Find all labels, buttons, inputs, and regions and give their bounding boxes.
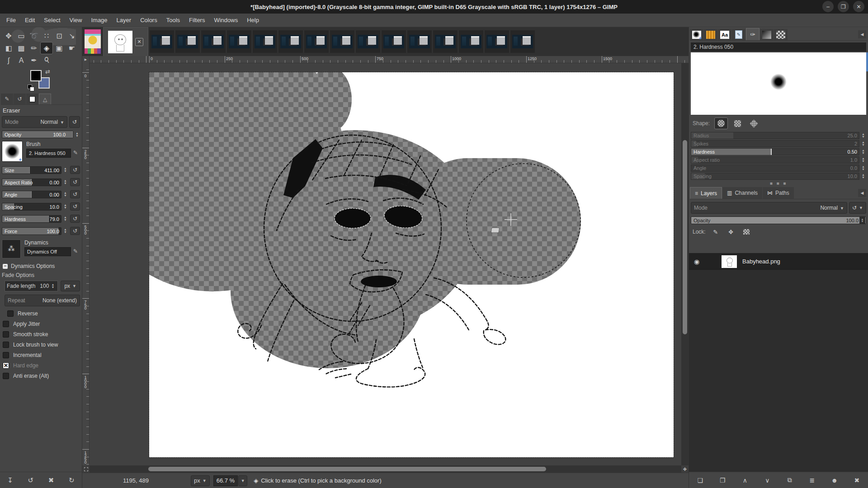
tab-channels[interactable]: ▥ Channels <box>722 187 762 199</box>
angle-slider[interactable]: Angle 0.00 <box>2 191 61 198</box>
menu-image[interactable]: Image <box>86 14 112 26</box>
apply-jitter-checkbox[interactable]: Apply Jitter <box>3 321 82 327</box>
canvas-viewport[interactable] <box>90 63 681 465</box>
size-reset-button[interactable]: ↺ <box>70 166 80 174</box>
smooth-stroke-checkbox[interactable]: Smooth stroke <box>3 331 82 338</box>
brush-aspect-spinner[interactable]: ▲▼ <box>860 157 866 163</box>
menu-view[interactable]: View <box>65 14 87 26</box>
incremental-checkbox[interactable]: Incremental <box>3 352 82 358</box>
angle-reset-button[interactable]: ↺ <box>70 190 80 198</box>
brush-angle-slider[interactable]: Angle 0.0 <box>691 164 859 172</box>
menu-tools[interactable]: Tools <box>162 14 184 26</box>
image-tab[interactable] <box>175 30 200 53</box>
close-button[interactable]: ✕ <box>853 1 864 12</box>
opacity-slider[interactable]: Opacity 100.0 <box>2 131 73 138</box>
dynamics-thumbnail[interactable]: ⁂ <box>2 239 21 258</box>
paths-tool-icon[interactable]: ∫ <box>2 54 15 66</box>
tool-options-tab[interactable]: ✎ <box>1 94 13 104</box>
collapse-dock-icon[interactable]: ◀ <box>858 189 866 197</box>
spacing-spinner[interactable]: ▲▼ <box>62 204 68 209</box>
minimize-button[interactable]: – <box>822 1 834 12</box>
brush-hardness-slider[interactable]: Hardness 0.50 <box>691 148 859 155</box>
v-scroll-thumb[interactable] <box>683 140 687 334</box>
new-layer-button[interactable]: ❏ <box>693 474 708 486</box>
menu-windows[interactable]: Windows <box>209 14 242 26</box>
brush-spacing-slider[interactable]: Spacing 10.0 <box>691 173 859 180</box>
brush-name-field[interactable]: 2. Hardness 050 <box>26 149 71 158</box>
layer-opacity-spinner[interactable]: ▲▼ <box>859 217 865 224</box>
merge-layer-button[interactable]: ≣ <box>805 474 819 486</box>
tab-layers[interactable]: ≡ Layers <box>690 187 722 199</box>
edit-dynamics-icon[interactable]: ✎ <box>71 247 80 256</box>
image-tab-babyhead-active[interactable]: ✕ <box>103 27 148 56</box>
h-scroll-thumb[interactable] <box>148 467 546 471</box>
force-reset-button[interactable]: ↺ <box>70 227 80 235</box>
lower-layer-button[interactable]: ∨ <box>760 474 774 486</box>
smudge-tool-icon[interactable]: ☛ <box>66 42 78 54</box>
aspect-ratio-reset-button[interactable]: ↺ <box>70 178 80 186</box>
aspect-ratio-spinner[interactable]: ▲▼ <box>62 179 68 185</box>
image-tab[interactable] <box>485 30 509 53</box>
raise-layer-button[interactable]: ∧ <box>738 474 752 486</box>
layer-name[interactable]: Babyhead.png <box>742 258 780 265</box>
delete-layer-button[interactable]: ✖ <box>849 474 864 486</box>
close-tab-icon[interactable]: ✕ <box>135 38 143 46</box>
new-layer-group-button[interactable]: ❐ <box>715 474 730 486</box>
size-slider[interactable]: Size 411.00 <box>2 166 61 174</box>
patterns-tab[interactable] <box>704 29 717 40</box>
brush-editor-tab[interactable]: ✑ <box>746 28 760 40</box>
layer-mode-dropdown[interactable]: Mode Normal▼ <box>691 202 847 214</box>
free-select-tool-icon[interactable]: ➰ <box>28 30 40 42</box>
layer-mode-switch-button[interactable]: ↺▼ <box>849 202 866 214</box>
eraser-tool-icon[interactable]: ◈ <box>40 42 53 54</box>
unit-dropdown[interactable]: px ▼ <box>191 475 210 486</box>
layer-thumbnail[interactable] <box>722 255 737 268</box>
menu-help[interactable]: Help <box>242 14 264 26</box>
hardness-spinner[interactable]: ▲▼ <box>62 216 68 221</box>
fade-unit-dropdown[interactable]: px ▼ <box>61 281 80 291</box>
image-tab[interactable] <box>510 30 535 53</box>
spikes-spinner[interactable]: ▲▼ <box>860 141 866 146</box>
image-tab[interactable] <box>253 30 277 53</box>
force-spinner[interactable]: ▲▼ <box>62 228 68 234</box>
shape-diamond-button[interactable] <box>747 117 760 129</box>
fuzzy-select-tool-icon[interactable]: ∷ <box>40 30 53 42</box>
shape-square-button[interactable] <box>731 117 744 129</box>
menu-edit[interactable]: Edit <box>20 14 39 26</box>
crop-tool-icon[interactable]: ⊡ <box>53 30 66 42</box>
image-tab[interactable] <box>459 30 483 53</box>
canvas-image[interactable] <box>149 72 674 457</box>
force-slider[interactable]: Force 100.0 <box>2 227 61 235</box>
image-tab[interactable] <box>227 30 251 53</box>
quick-mask-toggle[interactable] <box>82 465 90 473</box>
menu-select[interactable]: Select <box>39 14 65 26</box>
zoom-field[interactable]: 66.7 % <box>213 475 238 486</box>
fade-length-field[interactable]: Fade length 100 ▲▼ <box>5 281 58 291</box>
paint-mode-dropdown[interactable]: Mode Normal▼ <box>2 116 67 128</box>
delete-tool-preset-button[interactable]: ✖ <box>45 474 57 486</box>
fonts-tab[interactable]: Aa <box>718 29 731 40</box>
duplicate-layer-button[interactable]: ⧉ <box>783 474 797 486</box>
image-tab[interactable] <box>356 30 380 53</box>
color-picker-tool-icon[interactable]: ✒ <box>28 54 40 66</box>
brush-hardness-spinner[interactable]: ▲▼ <box>860 149 866 155</box>
brush-angle-spinner[interactable]: ▲▼ <box>860 165 866 171</box>
horizontal-scrollbar[interactable] <box>90 465 681 473</box>
rectangle-select-tool-icon[interactable]: ▭ <box>15 30 28 42</box>
hardness-reset-button[interactable]: ↺ <box>70 215 80 223</box>
layer-opacity-slider[interactable]: Opacity 100.0 ▲▼ <box>691 216 866 224</box>
image-tab[interactable] <box>330 30 354 53</box>
aspect-ratio-slider[interactable]: Aspect Ratio 0.00 <box>2 178 61 186</box>
visibility-eye-icon[interactable]: ◉ <box>689 258 704 265</box>
foreground-color-swatch[interactable] <box>30 70 42 81</box>
layer-list[interactable]: ◉ Babyhead.png <box>689 253 868 472</box>
mode-reset-button[interactable]: ↺ <box>69 116 80 128</box>
collapse-dock-icon[interactable]: ◀ <box>858 30 866 38</box>
image-tab[interactable] <box>150 30 174 53</box>
image-tab[interactable] <box>433 30 458 53</box>
brush-spacing-spinner[interactable]: ▲▼ <box>860 174 866 179</box>
shape-circle-button[interactable] <box>714 117 728 129</box>
image-tab-magazine[interactable] <box>82 27 103 56</box>
ruler-corner-button[interactable]: ▶ <box>82 56 90 63</box>
lock-position-button[interactable]: ✥ <box>726 227 736 236</box>
